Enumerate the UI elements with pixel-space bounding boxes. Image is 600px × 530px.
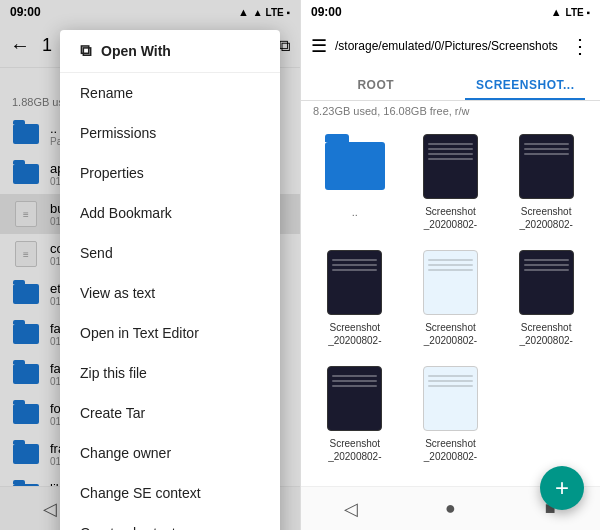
grid-item[interactable]: Screenshot_20200802- [405,241,497,353]
screen-line [332,380,377,382]
view-as-text-label: View as text [80,285,155,301]
grid-label: Screenshot_20200802- [328,437,381,463]
open-in-text-editor-label: Open in Text Editor [80,325,199,341]
screenshot-thumbnail [519,134,574,199]
screen-lines [428,143,473,163]
grid-item[interactable]: Screenshot_20200802- [500,241,592,353]
grid-label: Screenshot_20200802- [328,321,381,347]
open-with-icon: ⧉ [80,42,91,60]
right-lte-label: LTE ▪ [566,7,590,18]
grid-thumbnail [511,247,581,317]
screen-lines [428,259,473,274]
screenshot-thumbnail [327,366,382,431]
fab-add-button[interactable]: + [540,466,584,510]
screen-line [524,148,569,150]
send-label: Send [80,245,113,261]
hamburger-menu-button[interactable]: ☰ [311,35,327,57]
grid-folder-icon [325,142,385,190]
screenshot-thumbnail-light [423,250,478,315]
screen-line [428,375,473,377]
change-owner-label: Change owner [80,445,171,461]
screen-line [332,264,377,266]
screen-line [524,269,569,271]
menu-item-create-tar[interactable]: Create Tar [60,393,280,433]
right-time: 09:00 [311,5,342,19]
context-menu-overlay: ⧉ Open With Rename Permissions Propertie… [0,0,300,530]
screen-line [428,153,473,155]
screen-line [332,375,377,377]
screen-line [428,143,473,145]
grid-thumbnail [415,247,485,317]
screenshot-thumbnail [423,134,478,199]
menu-item-properties[interactable]: Properties [60,153,280,193]
screen-line [428,269,473,271]
menu-item-change-se-context[interactable]: Change SE context [60,473,280,513]
right-panel: 09:00 ▲ LTE ▪ ☰ /storage/emulated/0/Pict… [300,0,600,530]
grid-item[interactable]: Screenshot_20200802- [500,125,592,237]
more-options-button[interactable]: ⋮ [570,34,590,58]
left-panel: 09:00 ▲ ▲ LTE ▪ ← 1 ⧉ SYSTEM 1.88GB used… [0,0,300,530]
screen-line [332,259,377,261]
zip-label: Zip this file [80,365,147,381]
tab-root-label: ROOT [357,78,394,92]
grid-label: Screenshot_20200802- [424,437,477,463]
screen-line [524,153,569,155]
right-back-nav-button[interactable]: ◁ [329,487,373,531]
grid-item[interactable]: Screenshot_20200802- [309,241,401,353]
rename-label: Rename [80,85,133,101]
screen-lines [524,143,569,158]
menu-item-permissions[interactable]: Permissions [60,113,280,153]
right-storage-info: 8.23GB used, 16.08GB free, r/w [301,101,600,121]
screen-line [428,264,473,266]
path-label: /storage/emulated/0/Pictures/Screenshots [335,39,562,53]
grid-thumbnail [511,131,581,201]
menu-item-create-shortcut[interactable]: Create shortcut [60,513,280,530]
right-home-nav-button[interactable]: ● [428,487,472,531]
menu-item-view-as-text[interactable]: View as text [60,273,280,313]
grid-item-parent[interactable]: .. [309,125,401,237]
screenshot-thumbnail [327,250,382,315]
screen-lines [428,375,473,390]
properties-label: Properties [80,165,144,181]
add-bookmark-label: Add Bookmark [80,205,172,221]
screenshot-thumbnail-light [423,366,478,431]
grid-label: Screenshot_20200802- [424,205,477,231]
grid-label: Screenshot_20200802- [424,321,477,347]
context-menu: ⧉ Open With Rename Permissions Propertie… [60,30,280,530]
screen-line [428,148,473,150]
screen-line [524,259,569,261]
right-status-icons: ▲ LTE ▪ [551,6,590,18]
open-with-header[interactable]: ⧉ Open With [60,30,280,73]
grid-item[interactable]: Screenshot_20200802- [405,357,497,469]
menu-item-change-owner[interactable]: Change owner [60,433,280,473]
screen-line [428,259,473,261]
permissions-label: Permissions [80,125,156,141]
right-signal-icon: ▲ [551,6,562,18]
tab-screenshot-label: SCREENSHOT... [476,78,575,92]
grid-label: .. [352,205,358,219]
grid-thumbnail [320,131,390,201]
menu-item-open-in-text-editor[interactable]: Open in Text Editor [60,313,280,353]
right-top-bar: ☰ /storage/emulated/0/Pictures/Screensho… [301,24,600,68]
screen-line [524,143,569,145]
tab-screenshot[interactable]: SCREENSHOT... [451,68,601,100]
grid-thumbnail [320,363,390,433]
menu-item-add-bookmark[interactable]: Add Bookmark [60,193,280,233]
grid-label: Screenshot_20200802- [519,205,572,231]
menu-item-send[interactable]: Send [60,233,280,273]
screenshots-grid: .. Screenshot_20200802- [301,121,600,486]
grid-item[interactable]: Screenshot_20200802- [405,125,497,237]
menu-item-rename[interactable]: Rename [60,73,280,113]
right-status-bar: 09:00 ▲ LTE ▪ [301,0,600,24]
menu-item-zip[interactable]: Zip this file [60,353,280,393]
screen-lines [524,259,569,274]
grid-thumbnail [415,131,485,201]
screenshot-thumbnail [519,250,574,315]
screen-line [524,264,569,266]
screen-line [428,385,473,387]
screen-lines [332,259,377,274]
grid-label: Screenshot_20200802- [519,321,572,347]
tab-root[interactable]: ROOT [301,68,451,100]
change-se-context-label: Change SE context [80,485,201,501]
grid-item[interactable]: Screenshot_20200802- [309,357,401,469]
